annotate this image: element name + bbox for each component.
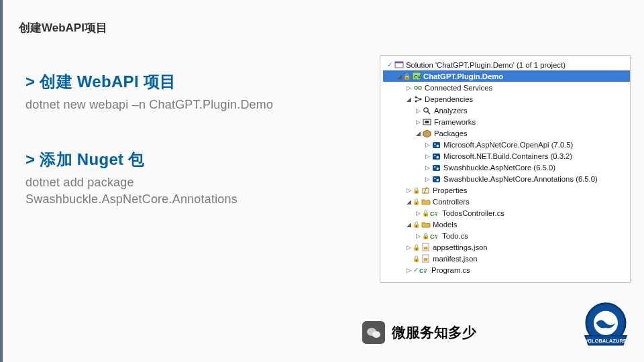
tree-node-package[interactable]: ▷ Swashbuckle.AspNetCore (6.5.0) <box>383 162 630 173</box>
wechat-icon <box>362 321 385 344</box>
node-label: manifest.json <box>432 255 478 263</box>
expander-icon[interactable]: ▷ <box>414 232 422 240</box>
svg-rect-33 <box>424 247 428 249</box>
tree-node-file[interactable]: ▷ 🔒 C# TodosController.cs <box>383 207 630 219</box>
svg-point-23 <box>434 166 435 167</box>
tree-node-controllers[interactable]: ◢ 🔒 Controllers <box>383 196 630 207</box>
node-label: Microsoft.NET.Build.Containers (0.3.2) <box>443 152 572 160</box>
tree-node-dependencies[interactable]: ◢ Dependencies <box>383 93 630 105</box>
tree-node-connected-services[interactable]: ▷ Connected Services <box>383 82 630 93</box>
heading-create-webapi: > 创建 WebAPI 项目 <box>25 71 334 93</box>
node-label: Microsoft.AspNetCore.OpenApi (7.0.5) <box>443 141 573 149</box>
svg-point-5 <box>418 86 421 89</box>
tree-node-analyzers[interactable]: ▷ Analyzers <box>383 105 630 116</box>
svg-rect-1 <box>395 62 403 63</box>
expander-icon[interactable]: ▷ <box>414 209 422 217</box>
nuget-package-icon <box>431 152 441 161</box>
node-label: Analyzers <box>433 107 468 115</box>
check-icon: ✓ <box>386 61 394 68</box>
svg-text:C#: C# <box>430 210 438 217</box>
expander-icon[interactable]: ▷ <box>405 186 413 194</box>
expander-icon[interactable]: ▷ <box>423 164 431 172</box>
packages-icon <box>422 129 432 138</box>
svg-rect-35 <box>424 258 428 261</box>
tree-node-packages[interactable]: ◢ Packages <box>383 127 630 139</box>
tree-node-file[interactable]: ▷ ✓ C# Program.cs <box>383 264 630 276</box>
cs-file-icon: C# <box>430 231 440 241</box>
tree-node-properties[interactable]: ▷ 🔒 Properties <box>383 184 630 196</box>
left-column: > 创建 WebAPI 项目 dotnet new webapi –n Chat… <box>25 71 334 207</box>
svg-rect-22 <box>433 165 440 171</box>
node-label: TodosController.cs <box>441 209 504 217</box>
node-label: Connected Services <box>424 84 492 92</box>
tree-node-package[interactable]: ▷ Swashbuckle.AspNetCore.Annotations (6.… <box>383 173 630 184</box>
lock-icon: 🔒 <box>403 73 411 80</box>
tree-node-file[interactable]: ▷ 🔒 appsettings.json <box>383 241 630 253</box>
node-label: Program.cs <box>431 266 470 274</box>
frameworks-icon <box>422 117 432 127</box>
svg-line-9 <box>417 97 420 99</box>
node-label: Properties <box>432 186 468 194</box>
node-label: appsettings.json <box>432 243 488 251</box>
tree-node-frameworks[interactable]: ▷ Frameworks <box>383 116 630 127</box>
node-label: Swashbuckle.AspNetCore (6.5.0) <box>443 164 555 172</box>
expander-icon[interactable]: ◢ <box>405 95 413 103</box>
tree-node-models[interactable]: ◢ 🔒 Models <box>383 219 630 230</box>
csproj-icon: C# <box>411 72 421 81</box>
tree-node-file[interactable]: ▷ 🔒 C# Todo.cs <box>383 230 630 241</box>
expander-icon[interactable]: ◢ <box>405 221 413 229</box>
svg-point-26 <box>434 177 435 178</box>
badge-text: #GLOBALAZURE <box>585 338 627 344</box>
lock-icon: 🔒 <box>413 221 420 228</box>
analyzers-icon <box>422 106 432 115</box>
expander-icon[interactable]: ▷ <box>414 107 422 115</box>
expander-icon[interactable]: ▷ <box>423 141 431 149</box>
nuget-package-icon <box>431 174 441 184</box>
svg-point-11 <box>424 107 428 111</box>
node-label: Controllers <box>432 198 470 206</box>
check-icon: ✓ <box>413 266 419 274</box>
svg-point-4 <box>414 86 417 89</box>
svg-point-17 <box>434 143 435 144</box>
svg-text:C#: C# <box>414 74 421 80</box>
expander-icon[interactable]: ◢ <box>414 129 422 137</box>
tree-node-file[interactable]: 🔒 manifest.json <box>383 253 630 264</box>
json-file-icon <box>421 243 431 252</box>
node-label: Models <box>432 221 457 229</box>
expander-icon[interactable]: ▷ <box>405 266 413 274</box>
svg-marker-15 <box>423 130 431 137</box>
expander-icon[interactable]: ▷ <box>423 175 431 183</box>
heading-add-nuget: > 添加 Nuget 包 <box>25 149 334 170</box>
expander-icon[interactable]: ◢ <box>405 198 413 206</box>
svg-point-20 <box>434 154 435 156</box>
expander-icon[interactable]: ◢ <box>395 72 403 80</box>
folder-icon <box>421 197 431 206</box>
cs-file-icon: C# <box>430 208 440 218</box>
svg-point-8 <box>419 98 421 100</box>
lock-icon: 🔒 <box>413 198 420 205</box>
expander-icon[interactable]: ▷ <box>423 152 431 160</box>
svg-rect-14 <box>425 121 429 123</box>
dependencies-icon <box>413 95 423 104</box>
svg-point-24 <box>437 167 439 170</box>
svg-line-10 <box>417 99 420 101</box>
lock-icon: 🔒 <box>422 233 429 239</box>
section-create-webapi: > 创建 WebAPI 项目 dotnet new webapi –n Chat… <box>25 71 334 113</box>
node-label: Swashbuckle.AspNetCore.Annotations (6.5.… <box>443 175 598 183</box>
section-add-nuget: > 添加 Nuget 包 dotnet add package Swashbuc… <box>25 149 334 207</box>
node-label: Frameworks <box>433 118 476 126</box>
tree-node-package[interactable]: ▷ Microsoft.AspNetCore.OpenApi (7.0.5) <box>383 139 630 150</box>
solution-node[interactable]: ✓ Solution 'ChatGPT.Plugin.Demo' (1 of 1… <box>383 59 630 70</box>
footer-text: 微服务知多少 <box>392 323 476 342</box>
lock-icon: 🔒 <box>413 255 420 262</box>
expander-icon[interactable]: ▷ <box>405 243 413 251</box>
command-add-nuget: dotnet add package Swashbuckle.AspNetCor… <box>25 174 334 207</box>
expander-icon[interactable]: ▷ <box>414 118 422 126</box>
expander-icon[interactable]: ▷ <box>405 84 413 92</box>
svg-point-21 <box>437 156 439 158</box>
solution-icon <box>394 60 404 70</box>
folder-icon <box>421 220 431 229</box>
project-node[interactable]: ◢ 🔒 C# ChatGPT.Plugin.Demo <box>383 70 630 82</box>
tree-node-package[interactable]: ▷ Microsoft.NET.Build.Containers (0.3.2) <box>383 150 630 162</box>
cs-file-icon: C# <box>419 265 429 275</box>
